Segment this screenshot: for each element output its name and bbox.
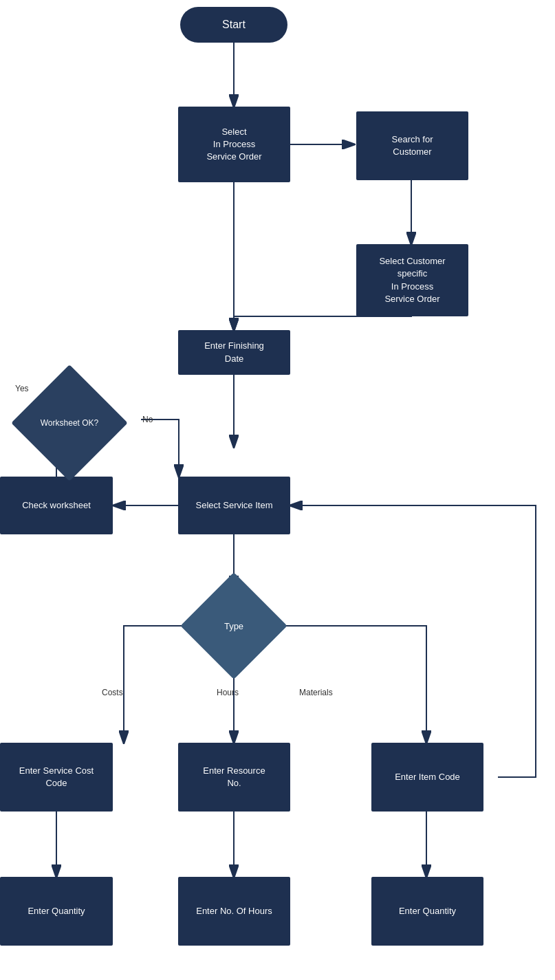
enter-quantity-right-node: Enter Quantity [371,877,483,946]
start-node: Start [180,7,287,43]
no-label: No [142,415,153,424]
search-customer-node: Search for Customer [356,111,468,180]
enter-quantity-left-node: Enter Quantity [0,877,113,946]
select-service-item-node: Select Service Item [178,477,290,534]
yes-label: Yes [15,384,29,393]
enter-finishing-date-node: Enter Finishing Date [178,330,290,375]
type-diamond: Type [196,588,272,664]
enter-item-code-node: Enter Item Code [371,743,483,812]
select-customer-specific-node: Select Customer specific In Process Serv… [356,244,468,316]
materials-label: Materials [299,688,333,697]
worksheet-ok-diamond: Worksheet OK? [28,382,111,464]
enter-service-cost-code-node: Enter Service Cost Code [0,743,113,812]
flowchart: Start Select In Process Service Order Se… [0,0,555,980]
enter-no-of-hours-node: Enter No. Of Hours [178,877,290,946]
check-worksheet-node: Check worksheet [0,477,113,534]
select-in-process-node: Select In Process Service Order [178,107,290,182]
costs-label: Costs [102,688,123,697]
hours-label: Hours [217,688,239,697]
enter-resource-no-node: Enter Resource No. [178,743,290,812]
